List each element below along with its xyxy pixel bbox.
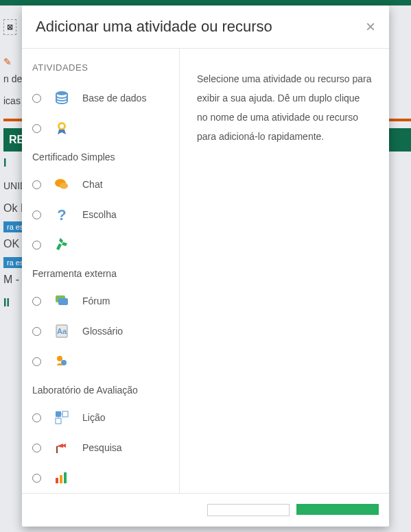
activities-list[interactable]: ATIVIDADES Base de dadosCertificado Simp… <box>22 49 180 493</box>
svg-rect-13 <box>62 411 68 417</box>
choice-icon: ? <box>54 206 70 223</box>
activity-radio[interactable] <box>32 297 41 306</box>
tool-icon <box>54 237 70 253</box>
modal-title: Adicionar uma atividade ou recurso <box>36 18 272 36</box>
activity-item-feedback[interactable]: Pesquisa de avaliação <box>32 463 179 493</box>
activity-radio[interactable] <box>32 180 41 189</box>
activity-radio[interactable] <box>32 444 41 452</box>
activity-label: Pesquisa <box>82 442 122 453</box>
svg-rect-18 <box>56 478 58 483</box>
activity-radio[interactable] <box>32 357 41 366</box>
glossary-icon: Aa <box>54 323 70 339</box>
activity-item-glossary[interactable]: AaGlossário <box>32 316 179 346</box>
lab-icon <box>54 353 70 370</box>
activity-label: Ferramenta externa <box>32 268 179 279</box>
activity-radio[interactable] <box>32 474 41 483</box>
activity-radio[interactable] <box>32 413 41 422</box>
svg-rect-14 <box>56 418 61 424</box>
activity-label: Base de dados <box>82 93 146 104</box>
activity-item-forum[interactable]: Fórum <box>32 286 179 316</box>
database-icon <box>54 90 70 106</box>
svg-point-0 <box>56 91 67 95</box>
help-text: Selecione uma atividade ou recurso para … <box>197 69 372 146</box>
activity-label: Laboratório de Avaliação <box>32 385 179 396</box>
activity-radio[interactable] <box>32 124 41 133</box>
activity-label: Fórum <box>82 295 110 306</box>
feedback-icon <box>54 470 70 486</box>
close-button[interactable]: × <box>366 19 375 35</box>
activity-radio[interactable] <box>32 210 41 219</box>
activity-item-tool[interactable]: Ferramenta externa <box>32 230 179 286</box>
svg-text:Aa: Aa <box>57 327 67 335</box>
svg-point-10 <box>57 356 62 361</box>
forum-icon <box>54 293 70 309</box>
activity-item-lesson[interactable]: Lição <box>32 402 179 433</box>
activity-item-survey[interactable]: Pesquisa <box>32 433 179 463</box>
activity-item-certificate[interactable]: Certificado Simples <box>32 113 179 169</box>
activity-label: Glossário <box>82 326 123 337</box>
section-header: ATIVIDADES <box>32 56 179 83</box>
cancel-button[interactable] <box>207 504 290 516</box>
survey-icon <box>54 439 70 456</box>
svg-point-4 <box>60 183 68 189</box>
svg-rect-17 <box>56 446 58 453</box>
svg-rect-7 <box>58 298 68 305</box>
activity-radio[interactable] <box>32 94 41 103</box>
add-button[interactable] <box>296 504 379 515</box>
activity-radio[interactable] <box>32 327 41 336</box>
certificate-icon <box>54 120 70 136</box>
svg-rect-12 <box>56 411 61 417</box>
activity-chooser-modal: Adicionar uma atividade ou recurso × ATI… <box>22 5 389 527</box>
svg-point-2 <box>60 124 64 128</box>
svg-text:?: ? <box>57 206 66 223</box>
activity-item-choice[interactable]: ?Escolha <box>32 200 179 230</box>
activity-label: Lição <box>82 412 105 423</box>
lesson-icon <box>54 409 70 426</box>
svg-rect-19 <box>60 475 62 483</box>
activity-radio[interactable] <box>32 241 41 250</box>
activity-label: Certificado Simples <box>32 152 179 162</box>
activity-item-database[interactable]: Base de dados <box>32 83 179 113</box>
svg-rect-20 <box>64 472 67 483</box>
activity-label: Chat <box>82 179 103 190</box>
activity-item-lab[interactable]: Laboratório de Avaliação <box>32 346 179 402</box>
activity-label: Escolha <box>82 209 117 220</box>
chat-icon <box>54 176 70 193</box>
activity-item-chat[interactable]: Chat <box>32 169 179 200</box>
